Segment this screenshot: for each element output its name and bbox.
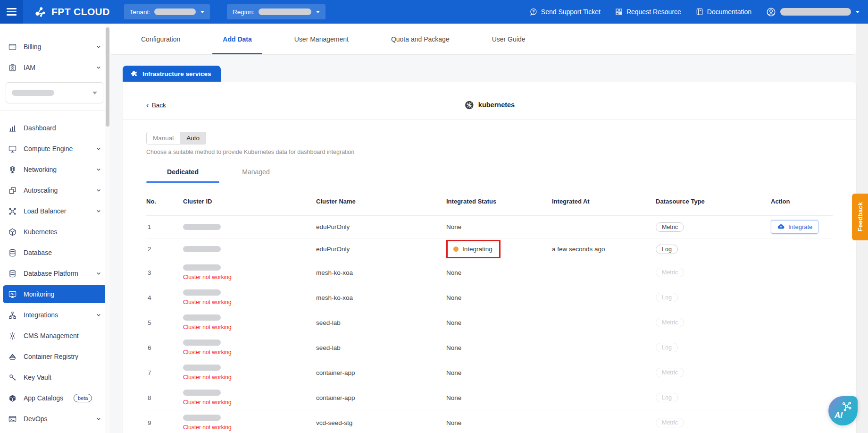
chevron-down-icon (96, 208, 101, 214)
divider (123, 119, 856, 119)
integrate-button[interactable]: Integrate (771, 220, 818, 234)
tab-configuration[interactable]: Configuration (131, 24, 191, 54)
table-header: No.Cluster IDCluster NameIntegrated Stat… (146, 198, 833, 216)
compute-icon (8, 144, 17, 153)
sidebar-item-key-vault[interactable]: Key Vault (3, 368, 107, 386)
redacted-cluster-id (183, 314, 221, 321)
mode-toggle: ManualAuto (146, 132, 206, 144)
row-number: 1 (146, 223, 183, 230)
page-title: kubernetes (464, 100, 515, 110)
header-nav-support[interactable]: Send Support Ticket (529, 8, 601, 17)
chevron-down-icon (96, 167, 101, 172)
mode-auto-button[interactable]: Auto (180, 132, 206, 144)
monitoring-icon (8, 290, 17, 299)
sidebar-scrollbar-thumb[interactable] (106, 27, 109, 127)
sidebar-item-database-platform[interactable]: Database Platform (3, 264, 107, 282)
resource-icon (615, 8, 623, 16)
kubernetes-icon (8, 228, 17, 237)
integrated-status: Integrating (446, 244, 552, 255)
cluster-id-cell: Cluster not working (183, 289, 316, 306)
sidebar-item-load-balancer[interactable]: Load Balancer (3, 202, 107, 220)
table-row: 4Cluster not workingmesh-ko-xoaNoneLog (146, 285, 833, 310)
cluster-name: eduPurOnly (316, 223, 446, 230)
sidebar-item-integrations[interactable]: Integrations (3, 306, 107, 324)
sidebar-scrollbar[interactable] (105, 24, 110, 433)
datasource-badge: Log (656, 245, 678, 254)
cluster-id-cell (183, 246, 316, 252)
redacted-cluster-id (183, 365, 221, 371)
chevron-down-icon (96, 44, 101, 50)
sidebar-item-database[interactable]: Database (3, 244, 107, 262)
cluster-name: mesh-ko-xoa (316, 294, 446, 301)
region-selector[interactable]: Region: (227, 4, 326, 19)
feedback-button[interactable]: Feedback (852, 194, 868, 240)
puzzle-icon (130, 70, 138, 77)
network-icon (8, 165, 17, 174)
table-row: 3Cluster not workingmesh-ko-xoaNoneMetri… (146, 260, 833, 285)
redacted-region-name (259, 8, 311, 15)
datasource-badge: Log (656, 293, 678, 302)
chevron-down-icon (316, 11, 320, 13)
sidebar-item-dashboard[interactable]: Dashboard (3, 119, 107, 137)
redacted-cluster-id (183, 224, 221, 230)
sidebar-item-cms-management[interactable]: CMS Management (3, 327, 107, 345)
sidebar-item-monitoring[interactable]: Monitoring (3, 285, 107, 303)
datasource-type: Metric (656, 268, 771, 277)
integrated-status: None (446, 223, 552, 230)
integrating-status-dot (453, 246, 459, 252)
app-header: FPT CLOUD Tenant: Region: Send Support T… (0, 0, 868, 24)
datasource-type: Metric (656, 418, 771, 427)
integrated-at: a few seconds ago (552, 246, 656, 253)
integrated-status: None (446, 419, 552, 426)
sidebar-item-compute-engine[interactable]: Compute Engine (3, 140, 107, 158)
sidebar-project-select[interactable] (6, 82, 103, 103)
cluster-error-text: Cluster not working (183, 424, 316, 431)
cluster-name: vcd-seed-stg (316, 419, 446, 426)
mode-manual-button[interactable]: Manual (146, 132, 180, 144)
sidebar-item-devops[interactable]: DevOps (3, 410, 107, 428)
cloud-upload-icon (777, 223, 785, 231)
infrastructure-services-tag[interactable]: Infrastructure services (123, 66, 221, 82)
datasource-type: Metric (656, 222, 771, 232)
menu-toggle-button[interactable] (0, 0, 23, 24)
cluster-error-text: Cluster not working (183, 349, 316, 356)
fpt-logo-molecule-icon (33, 5, 48, 19)
sidebar-divider (0, 110, 110, 110)
datasource-badge: Metric (656, 418, 684, 427)
header-nav-resource[interactable]: Request Resource (615, 8, 681, 16)
integrated-status: None (446, 344, 552, 351)
appcatalog-icon (8, 394, 17, 403)
header-nav-docs[interactable]: Documentation (695, 8, 751, 16)
cluster-tab-dedicated[interactable]: Dedicated (146, 168, 219, 183)
cms-icon (8, 331, 17, 340)
ai-molecule-icon (841, 400, 853, 413)
sidebar-item-billing[interactable]: Billing (3, 38, 107, 56)
integrated-status: None (446, 269, 552, 276)
tab-user-management[interactable]: User Management (284, 24, 359, 54)
cluster-tab-managed[interactable]: Managed (219, 168, 292, 183)
sidebar-item-kubernetes[interactable]: Kubernetes (3, 223, 107, 241)
datasource-badge: Log (656, 343, 678, 352)
sidebar-item-iam[interactable]: IAM (3, 59, 107, 76)
mode-hint: Choose a suitable method to provide Kube… (146, 149, 833, 155)
sidebar-item-container-registry[interactable]: Container Registry (3, 348, 107, 365)
sidebar-item-networking[interactable]: Networking (3, 161, 107, 178)
tab-add-data[interactable]: Add Data (212, 24, 262, 54)
table-row: 2eduPurOnlyIntegratinga few seconds agoL… (146, 238, 833, 260)
fpt-cloud-logo[interactable]: FPT CLOUD (33, 5, 110, 19)
tenant-selector[interactable]: Tenant: (124, 4, 210, 19)
chevron-down-icon (92, 92, 97, 94)
chevron-down-icon (96, 416, 101, 422)
datasource-badge: Metric (656, 222, 684, 232)
redacted-cluster-id (183, 289, 221, 296)
sidebar-item-app-catalogs[interactable]: App Catalogsbeta (3, 389, 107, 407)
tab-user-guide[interactable]: User Guide (482, 24, 536, 54)
sidebar-item-autoscaling[interactable]: Autoscaling (3, 181, 107, 199)
user-menu[interactable] (766, 7, 860, 17)
tab-quota-and-package[interactable]: Quota and Package (381, 24, 460, 54)
ai-assistant-button[interactable]: AI (828, 396, 858, 425)
back-link[interactable]: ‹ Back (146, 101, 166, 109)
chevron-left-icon: ‹ (146, 101, 149, 109)
dashboard-icon (8, 124, 17, 133)
redacted-cluster-id (183, 246, 221, 252)
